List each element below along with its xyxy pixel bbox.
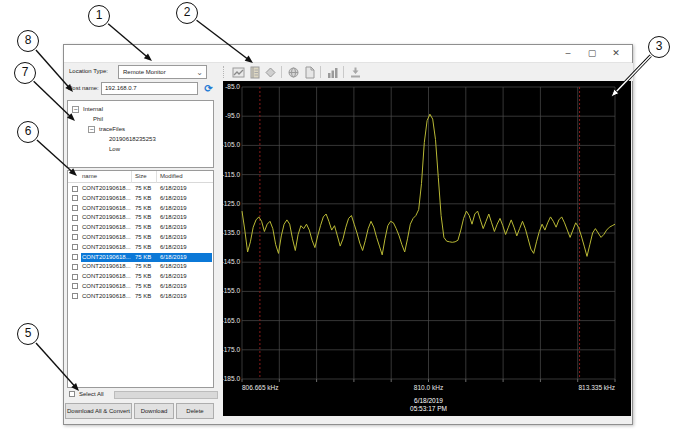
- table-row[interactable]: CONT20190618...75 KB6/18/2019: [68, 184, 213, 194]
- column-separator: [131, 171, 132, 183]
- cell-mod: 6/18/2019: [160, 185, 187, 191]
- callout-5: 5: [17, 323, 39, 345]
- cell-name: CONT20190618...: [82, 205, 131, 211]
- file-list-header[interactable]: name Size Modified: [68, 171, 213, 183]
- download-all-convert-button[interactable]: Download All & Convert: [65, 403, 132, 419]
- row-checkbox[interactable]: [72, 264, 78, 270]
- table-row[interactable]: CONT20190618...75 KB6/18/2019: [68, 282, 213, 292]
- collapse-expander-icon[interactable]: −: [72, 106, 79, 113]
- row-checkbox[interactable]: [72, 225, 78, 231]
- spectrum-chart: -85.0-95.0-105.0-115.0-125.0-135.0-145.0…: [223, 81, 631, 416]
- callout-1: 1: [88, 5, 110, 27]
- tree-item-label: traceFiles: [98, 126, 125, 132]
- cell-mod: 6/18/2019: [160, 293, 187, 299]
- tree-item-internal[interactable]: −Internal: [68, 104, 213, 114]
- diamond-icon[interactable]: [263, 65, 277, 79]
- y-axis-tick-label: -105.0: [223, 141, 240, 148]
- cell-name: CONT20190618...: [82, 293, 131, 299]
- location-type-dropdown[interactable]: Remote Monitor ⌄: [118, 65, 207, 79]
- row-checkbox[interactable]: [72, 205, 78, 211]
- table-row[interactable]: CONT20190618...75 KB6/18/2019: [68, 262, 213, 272]
- column-header-name[interactable]: name: [82, 173, 97, 179]
- cell-size: 75 KB: [135, 254, 151, 260]
- cell-mod: 6/18/2019: [160, 254, 187, 260]
- titlebar-buttons: – ▢ ✕: [556, 45, 628, 63]
- tree-item-low[interactable]: Low: [68, 144, 213, 154]
- notebook-icon[interactable]: [247, 65, 261, 79]
- toolbar-separator: [281, 66, 282, 78]
- column-header-modified[interactable]: Modified: [160, 173, 183, 179]
- y-axis-tick-label: -95.0: [225, 112, 240, 119]
- tree-item-tracefiles[interactable]: −traceFiles: [68, 124, 213, 134]
- toolbar-separator: [320, 66, 321, 78]
- folder-tree: −InternalPhil−traceFiles20190618235253Lo…: [67, 100, 214, 168]
- table-row[interactable]: CONT20190618...75 KB6/18/2019: [68, 253, 213, 263]
- globe-icon[interactable]: [286, 65, 300, 79]
- y-axis-tick-label: -175.0: [223, 346, 240, 353]
- delete-button[interactable]: Delete: [176, 403, 214, 419]
- column-header-size[interactable]: Size: [135, 173, 147, 179]
- cell-name: CONT20190618...: [82, 283, 131, 289]
- cell-mod: 6/18/2019: [160, 263, 187, 269]
- collapse-expander-icon[interactable]: −: [88, 126, 95, 133]
- row-checkbox[interactable]: [72, 274, 78, 280]
- window-titlebar[interactable]: – ▢ ✕: [64, 45, 632, 63]
- page-icon[interactable]: [302, 65, 316, 79]
- table-row[interactable]: CONT20190618...75 KB6/18/2019: [68, 223, 213, 233]
- host-name-input[interactable]: 192.168.0.7: [101, 82, 198, 95]
- table-row[interactable]: CONT20190618...75 KB6/18/2019: [68, 292, 213, 302]
- cell-size: 75 KB: [135, 293, 151, 299]
- cell-size: 75 KB: [135, 244, 151, 250]
- row-checkbox[interactable]: [72, 186, 78, 192]
- minimize-button[interactable]: –: [556, 45, 580, 63]
- column-separator: [156, 171, 157, 183]
- y-axis-tick-label: -135.0: [223, 229, 240, 236]
- row-checkbox[interactable]: [72, 293, 78, 299]
- cell-mod: 6/18/2019: [160, 214, 187, 220]
- row-checkbox[interactable]: [72, 215, 78, 221]
- table-row[interactable]: CONT20190618...75 KB6/18/2019: [68, 213, 213, 223]
- cell-name: CONT20190618...: [82, 185, 131, 191]
- table-row[interactable]: CONT20190618...75 KB6/18/2019: [68, 194, 213, 204]
- bar-chart-icon[interactable]: [325, 65, 339, 79]
- cell-size: 75 KB: [135, 234, 151, 240]
- tree-item-label: Low: [108, 146, 120, 152]
- cell-name: CONT20190618...: [82, 254, 131, 260]
- toolbar-grip[interactable]: [223, 66, 224, 78]
- cell-name: CONT20190618...: [82, 234, 131, 240]
- maximize-button[interactable]: ▢: [580, 45, 604, 63]
- refresh-icon[interactable]: ⟳: [202, 82, 215, 95]
- line-chart-icon[interactable]: [231, 65, 245, 79]
- cell-name: CONT20190618...: [82, 244, 131, 250]
- table-row[interactable]: CONT20190618...75 KB6/18/2019: [68, 243, 213, 253]
- x-axis-tick-label: 810.0 kHz: [414, 384, 443, 391]
- toolbar: [219, 63, 633, 81]
- location-type-label: Location Type:: [69, 68, 108, 74]
- row-checkbox[interactable]: [72, 283, 78, 289]
- row-checkbox[interactable]: [72, 254, 78, 260]
- tree-item-phil[interactable]: Phil: [68, 114, 213, 124]
- y-axis-tick-label: -145.0: [223, 258, 240, 265]
- row-checkbox[interactable]: [72, 195, 78, 201]
- chevron-down-icon: ⌄: [196, 67, 203, 79]
- table-row[interactable]: CONT20190618...75 KB6/18/2019: [68, 233, 213, 243]
- select-all-row: Select All: [67, 390, 217, 400]
- tree-item-label: Phil: [92, 116, 103, 122]
- download-button[interactable]: Download: [134, 403, 174, 419]
- table-row[interactable]: CONT20190618...75 KB6/18/2019: [68, 272, 213, 282]
- row-checkbox[interactable]: [72, 244, 78, 250]
- row-checkbox[interactable]: [72, 234, 78, 240]
- spectrum-display: -85.0-95.0-105.0-115.0-125.0-135.0-145.0…: [223, 81, 631, 416]
- cell-size: 75 KB: [135, 185, 151, 191]
- x-axis-tick-label: 813.335 kHz: [579, 384, 616, 391]
- cell-mod: 6/18/2019: [160, 195, 187, 201]
- table-row[interactable]: CONT20190618...75 KB6/18/2019: [68, 204, 213, 214]
- timestamp-date: 6/18/2019: [414, 397, 443, 404]
- close-button[interactable]: ✕: [604, 45, 628, 63]
- cell-mod: 6/18/2019: [160, 244, 187, 250]
- select-all-checkbox[interactable]: [69, 391, 75, 397]
- cell-name: CONT20190618...: [82, 224, 131, 230]
- download-icon[interactable]: [348, 65, 362, 79]
- tree-item-20190618235253[interactable]: 20190618235253: [68, 134, 213, 144]
- cell-mod: 6/18/2019: [160, 205, 187, 211]
